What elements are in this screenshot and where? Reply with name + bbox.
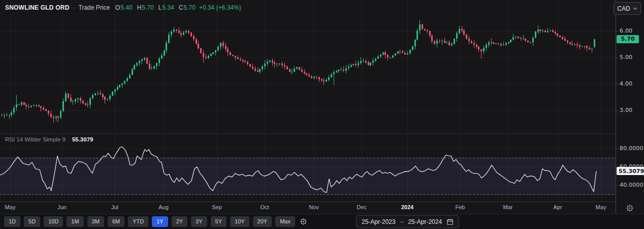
rsi-chart[interactable] [0, 133, 616, 202]
price-tick-label: 3.00 [620, 107, 632, 113]
time-axis-label: Jun [51, 204, 73, 210]
change-value: +0.34 (+6.34%) [199, 4, 241, 11]
price-tick-label: 6.00 [620, 27, 632, 34]
range-button-20y[interactable]: 20Y [253, 216, 272, 227]
range-button-10y[interactable]: 10Y [230, 216, 249, 227]
rsi-pane[interactable]: RSI 14 Wilder Simple 9 55.3079 [0, 133, 616, 202]
currency-selector[interactable]: CAD [614, 2, 641, 15]
series-type-label: Trade Price [79, 4, 110, 11]
price-tick-mark [616, 84, 618, 84]
price-tick-mark [616, 110, 618, 111]
chevron-down-icon [633, 7, 637, 10]
time-axis-label: Oct [253, 204, 276, 210]
range-button-ytd[interactable]: YTD [128, 216, 148, 227]
ohlc-o: O5.40 [115, 4, 133, 11]
trading-chart-app: SNOWLINE GLD ORD · Trade Price O5.40H5.7… [0, 0, 644, 229]
time-axis-label: Jul [104, 204, 126, 210]
price-tick-label: 4.00 [620, 80, 632, 87]
ohlc-values: O5.40H5.70L5.34C5.70 [115, 4, 196, 11]
range-button-2y[interactable]: 2Y [172, 216, 187, 227]
rsi-value: 55.3079 [72, 136, 93, 142]
chart-header: SNOWLINE GLD ORD · Trade Price O5.40H5.7… [5, 4, 241, 11]
rsi-header: RSI 14 Wilder Simple 9 55.3079 [5, 136, 93, 142]
price-tick-mark [616, 58, 618, 58]
range-button-1y[interactable]: 1Y [152, 216, 168, 227]
range-button-10d[interactable]: 10D [44, 216, 63, 227]
rsi-value-badge: 55.3079 [617, 167, 644, 175]
range-toolbar: 1D5D10D1M3M6MYTD1Y2Y3Y5Y10Y20YMax 25-Apr… [0, 214, 644, 229]
gear-icon [300, 218, 307, 225]
date-range-separator: – [400, 218, 404, 225]
gear-icon [626, 204, 634, 212]
time-axis-label: Mar [497, 204, 519, 210]
time-axis-label: Apr [546, 204, 569, 210]
time-axis[interactable]: MayJunJulAugSepOctNovDec2024FebMarAprMay [0, 202, 616, 214]
range-button-5d[interactable]: 5D [24, 216, 40, 227]
rsi-tick-mark [616, 149, 618, 149]
ohlc-l: L5.34 [158, 4, 174, 11]
axis-settings-button[interactable] [625, 204, 635, 212]
header-separator: · [73, 4, 75, 11]
price-tick-mark [616, 31, 618, 32]
candlestick-chart[interactable] [0, 0, 616, 133]
calendar-icon [446, 218, 454, 225]
time-axis-label: Aug [152, 204, 175, 210]
date-range-picker[interactable]: 25-Apr-2023 – 25-Apr-2024 [356, 215, 459, 228]
time-axis-label: 2024 [396, 204, 418, 210]
rsi-tick-mark [616, 185, 618, 186]
range-button-5y[interactable]: 5Y [211, 216, 227, 227]
time-axis-label: May [590, 204, 612, 210]
range-button-max[interactable]: Max [275, 216, 295, 227]
time-axis-label: Feb [449, 204, 471, 210]
time-axis-label: May [0, 204, 21, 210]
last-price-badge: 5.70 [617, 35, 639, 43]
pane-divider[interactable] [0, 133, 644, 134]
range-button-6m[interactable]: 6M [108, 216, 124, 227]
range-button-1m[interactable]: 1M [67, 216, 83, 227]
time-axis-label: Dec [350, 204, 373, 210]
rsi-tick-label: 40.0000 [620, 182, 643, 188]
time-axis-label: Sep [206, 204, 228, 210]
price-pane[interactable]: SNOWLINE GLD ORD · Trade Price O5.40H5.7… [0, 0, 616, 133]
right-axis[interactable]: 5.70 55.3079 6.005.004.003.0080.000060.0… [616, 0, 644, 214]
date-range-start: 25-Apr-2023 [362, 218, 396, 225]
price-tick-label: 5.00 [620, 54, 632, 61]
range-button-group: 1D5D10D1M3M6MYTD1Y2Y3Y5Y10Y20YMax [4, 216, 295, 227]
rsi-tick-label: 80.0000 [620, 145, 643, 152]
ohlc-h: H5.70 [137, 4, 154, 11]
range-button-3y[interactable]: 3Y [191, 216, 207, 227]
date-range-end: 25-Apr-2024 [408, 218, 442, 225]
ohlc-c: C5.70 [179, 4, 196, 11]
symbol-name: SNOWLINE GLD ORD [5, 4, 70, 11]
range-button-3m[interactable]: 3M [87, 216, 104, 227]
range-button-1d[interactable]: 1D [4, 216, 20, 227]
rsi-indicator-label: RSI 14 Wilder Simple 9 [5, 136, 66, 142]
interval-settings-button[interactable] [299, 216, 309, 227]
currency-value: CAD [617, 5, 630, 12]
time-axis-label: Nov [303, 204, 325, 210]
